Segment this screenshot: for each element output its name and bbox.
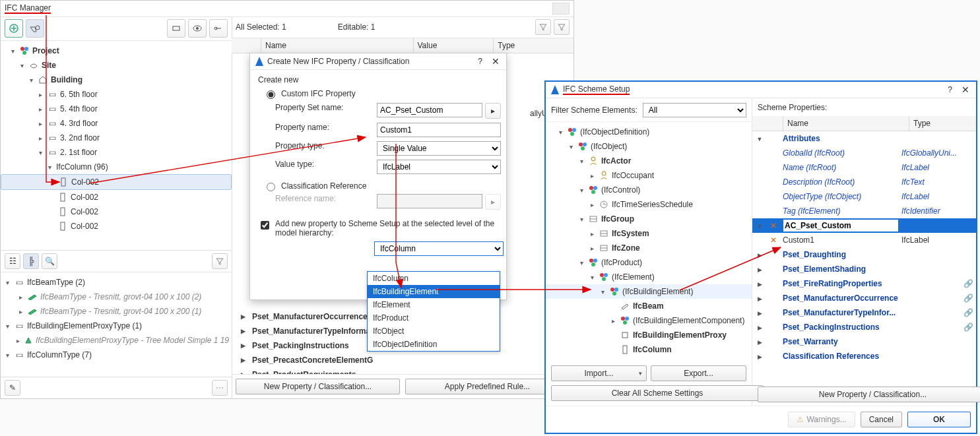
scheme-prop-row[interactable]: ▶Pset_Draughting: [752, 247, 976, 262]
scheme-tree-item[interactable]: ▾(IfcProduct): [546, 255, 752, 270]
eye-icon[interactable]: [188, 19, 207, 38]
dropdown-item[interactable]: IfcProduct: [368, 311, 500, 325]
new-property-button[interactable]: New Property / Classification...: [236, 379, 400, 394]
scheme-tree-item[interactable]: ▸IfcTimeSeriesSchedule: [546, 197, 752, 212]
edit-icon[interactable]: ✎: [5, 380, 20, 396]
header-value[interactable]: Value: [414, 38, 494, 53]
options-icon[interactable]: [209, 19, 228, 38]
expand-width-icon[interactable]: [167, 19, 185, 38]
close-icon[interactable]: [552, 3, 570, 15]
scheme-prop-row[interactable]: ▶Pset_Warranty: [752, 334, 976, 349]
scheme-tree-item[interactable]: ▾(IfcControl): [546, 183, 752, 197]
scheme-prop-row[interactable]: ▶Pset_ElementShading: [752, 262, 976, 276]
dropdown-item[interactable]: IfcColumn: [368, 272, 500, 285]
types-beamtype[interactable]: ▾▭IfcBeamType (2): [1, 275, 232, 290]
tree-floor[interactable]: ▸▭3. 2nd floor: [1, 131, 232, 145]
pset-row[interactable]: Pset_PrecastConcreteElementG: [238, 353, 567, 367]
scheme-tree-item[interactable]: ▸(IfcBuildingElementComponent): [546, 313, 752, 328]
import-button[interactable]: Import...▾: [551, 365, 647, 381]
scheme-tree-item[interactable]: ▾IfcActor: [546, 154, 752, 168]
header-type[interactable]: Type: [494, 38, 573, 53]
filter-settings-icon[interactable]: [535, 19, 551, 35]
pick-icon[interactable]: ▸: [485, 103, 501, 119]
tree-floor[interactable]: ▾▭2. 1st floor: [1, 145, 232, 160]
scheme-tree-item[interactable]: IfcBuildingElementProxy: [546, 328, 752, 342]
tree-floor[interactable]: ▸▭4. 3rd floor: [1, 116, 232, 131]
scheme-tree-item[interactable]: ▸IfcZone: [546, 241, 752, 255]
scheme-tree-item[interactable]: ▸IfcSystem: [546, 226, 752, 241]
scheme-prop-row[interactable]: Description (IfcRoot)IfcText: [752, 175, 976, 189]
scheme-tree-item[interactable]: ▾IfcGroup: [546, 212, 752, 226]
types-item[interactable]: ▸IfcBuildingElementProxyType - Tree Mode…: [1, 333, 232, 348]
help-icon[interactable]: ?: [944, 85, 956, 94]
tree-floor[interactable]: ▸▭6. 5th floor: [1, 87, 232, 102]
filter-eye-icon[interactable]: [26, 19, 44, 38]
scheme-tree-item[interactable]: ▾(IfcElement): [546, 270, 752, 284]
filter-icon[interactable]: [554, 19, 570, 35]
scheme-tree-item[interactable]: IfcColumn: [546, 342, 752, 357]
scheme-prop-row[interactable]: ▶Pset_ManufacturerOccurrence🔗: [752, 291, 976, 305]
scheme-prop-row[interactable]: ▼Attributes: [752, 131, 976, 146]
new-property-button[interactable]: New Property / Classification...: [758, 387, 980, 402]
scheme-tree-item[interactable]: ▾(IfcBuildingElement): [546, 284, 752, 299]
hierarchy-icon[interactable]: ☷: [5, 253, 20, 269]
scheme-prop-row[interactable]: Tag (IfcElement)IfcIdentifier: [752, 204, 976, 218]
header-type[interactable]: Type: [909, 116, 976, 131]
add-icon[interactable]: [5, 19, 23, 38]
tree-column-item[interactable]: Col-002: [1, 174, 232, 190]
prop-type-select[interactable]: Single Value: [377, 141, 501, 156]
scheme-prop-row[interactable]: ✕Custom1IfcLabel: [752, 233, 976, 247]
classification-radio[interactable]: Classification Reference: [263, 181, 498, 191]
ok-button[interactable]: OK: [907, 412, 971, 427]
value-type-select[interactable]: IfcLabel: [377, 160, 501, 174]
pset-name-input[interactable]: [377, 103, 482, 117]
types-item[interactable]: ▸IfcBeamType - Tresnitt, grovt-04 100 x …: [1, 304, 232, 319]
tree-column-item[interactable]: Col-002: [1, 204, 232, 219]
project-tree[interactable]: ▾Project ▾Site ▾Building ▸▭6. 5th floor …: [1, 41, 232, 250]
more-icon[interactable]: ⋯: [212, 380, 228, 396]
dropdown-item[interactable]: IfcElement: [368, 298, 500, 311]
scheme-tree-item[interactable]: ▾(IfcObject): [546, 139, 752, 154]
scheme-prop-row[interactable]: ▶Classification References: [752, 349, 976, 363]
search-icon[interactable]: 🔍: [42, 253, 57, 269]
header-name[interactable]: Name: [783, 116, 909, 131]
scheme-prop-row[interactable]: ▶Pset_ManufacturerTypeInfor...🔗: [752, 305, 976, 320]
tree-building[interactable]: ▾Building: [1, 73, 232, 87]
tree-column-item[interactable]: Col-002: [1, 190, 232, 204]
pset-row[interactable]: Pset_ProductRequirements: [238, 367, 567, 374]
prop-name-input[interactable]: [377, 123, 501, 137]
types-coltype[interactable]: ▾▭IfcColumnType (7): [1, 348, 232, 362]
scheme-prop-row[interactable]: ▶Pset_FireRatingProperties🔗: [752, 276, 976, 291]
dropdown-item[interactable]: IfcBuildingElement: [368, 285, 500, 298]
types-proxytype[interactable]: ▾▭IfcBuildingElementProxyType (1): [1, 319, 232, 333]
filter-select[interactable]: All: [643, 103, 746, 117]
delete-icon[interactable]: ✕: [768, 235, 779, 245]
tree-icon[interactable]: ╠: [23, 253, 39, 269]
close-icon[interactable]: ✕: [959, 84, 972, 95]
dropdown-item[interactable]: IfcObject: [368, 325, 500, 338]
scheme-tree[interactable]: ▾(IfcObjectDefinition)▾(IfcObject)▾IfcAc…: [546, 121, 752, 361]
scheme-prop-row[interactable]: Name (IfcRoot)IfcLabel: [752, 160, 976, 175]
hierarchy-level-select[interactable]: IfcColumn: [374, 241, 504, 256]
scheme-tree-item[interactable]: ▾(IfcObjectDefinition): [546, 125, 752, 139]
tree-ifccolumn[interactable]: ▾IfcColumn (96): [1, 160, 232, 174]
scheme-prop-row[interactable]: ▼✕AC_Pset_Custom: [752, 218, 976, 233]
types-item[interactable]: ▸IfcBeamType - Tresnitt, grovt-04 100 x …: [1, 290, 232, 304]
tree-site[interactable]: ▾Site: [1, 58, 232, 73]
export-button[interactable]: Export...: [651, 365, 746, 381]
cancel-button[interactable]: Cancel: [861, 412, 902, 427]
tree-project[interactable]: ▾Project: [1, 44, 232, 58]
custom-property-radio[interactable]: Custom IFC Property: [263, 88, 498, 99]
add-to-scheme-check[interactable]: Add new property to Scheme Setup at the …: [258, 219, 498, 237]
delete-icon[interactable]: ✕: [768, 221, 779, 230]
dropdown-item[interactable]: IfcObjectDefinition: [368, 338, 500, 351]
tree-floor[interactable]: ▸▭5. 4th floor: [1, 102, 232, 116]
help-icon[interactable]: ?: [474, 57, 486, 66]
tree-column-item[interactable]: Col-002: [1, 219, 232, 234]
header-name[interactable]: Name: [261, 38, 414, 53]
close-icon[interactable]: ✕: [489, 56, 502, 67]
scheme-prop-row[interactable]: GlobalId (IfcRoot)IfcGloballyUni...: [752, 146, 976, 160]
scheme-prop-row[interactable]: ▶Pset_PackingInstructions🔗: [752, 320, 976, 334]
scheme-props-list[interactable]: ▼AttributesGlobalId (IfcRoot)IfcGlobally…: [752, 131, 976, 383]
clear-button[interactable]: Clear All Scheme Settings: [551, 385, 764, 401]
